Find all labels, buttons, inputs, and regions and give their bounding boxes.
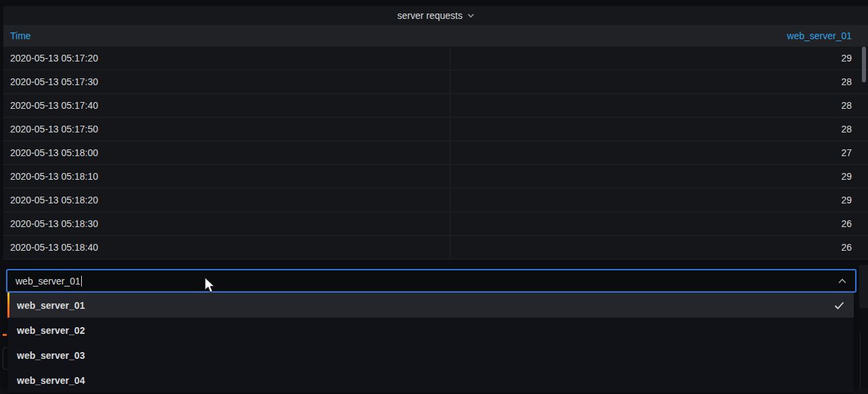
value-cell: 29	[451, 189, 868, 212]
panel-title: server requests	[397, 10, 462, 21]
server-select-input[interactable]: web_server_01	[6, 269, 856, 293]
occluded-panel-fragment	[859, 265, 868, 308]
column-header-time[interactable]: Time	[3, 25, 451, 47]
checkmark-icon	[834, 301, 844, 310]
table-row: 2020-05-13 05:18:0027	[3, 141, 868, 165]
time-cell: 2020-05-13 05:17:30	[3, 70, 451, 93]
time-cell: 2020-05-13 05:18:00	[3, 141, 451, 164]
select-input-value: web_server_01	[16, 276, 81, 287]
option-web_server_03[interactable]: web_server_03	[7, 343, 854, 368]
option-label: web_server_01	[17, 300, 85, 311]
table-row: 2020-05-13 05:17:5028	[3, 118, 868, 141]
column-header-web-server-01[interactable]: web_server_01	[451, 25, 868, 47]
time-cell: 2020-05-13 05:17:40	[3, 94, 451, 117]
occluded-panel-border-fragment	[860, 333, 861, 394]
value-cell: 29	[451, 165, 868, 188]
value-cell: 26	[451, 236, 868, 259]
occluded-graph-line-fragment	[3, 334, 7, 336]
table-row: 2020-05-13 05:18:1029	[3, 165, 868, 189]
table-row: 2020-05-13 05:18:3026	[3, 212, 868, 236]
table-row: 2020-05-13 05:17:4028	[3, 94, 868, 118]
option-label: web_server_04	[17, 375, 85, 386]
table-header-row: Time web_server_01	[3, 25, 868, 47]
table-scrollbar-thumb[interactable]	[862, 47, 866, 82]
time-cell: 2020-05-13 05:18:30	[3, 212, 451, 235]
option-web_server_04[interactable]: web_server_04	[7, 368, 854, 393]
table-panel: server requests Time web_server_01 2020-…	[3, 6, 868, 260]
select-dropdown-menu: web_server_01web_server_02web_server_03w…	[7, 293, 854, 393]
option-web_server_01[interactable]: web_server_01	[7, 293, 854, 318]
value-cell: 29	[451, 47, 868, 70]
time-cell: 2020-05-13 05:18:40	[3, 236, 451, 259]
grafana-dashboard-view: server requests Time web_server_01 2020-…	[0, 0, 868, 394]
chevron-down-icon	[467, 14, 474, 18]
value-cell: 27	[451, 141, 868, 164]
time-cell: 2020-05-13 05:17:20	[3, 47, 451, 70]
time-cell: 2020-05-13 05:18:10	[3, 165, 451, 188]
value-cell: 28	[451, 118, 868, 141]
chevron-up-icon[interactable]	[838, 278, 847, 284]
table-row: 2020-05-13 05:18:4026	[3, 236, 868, 260]
panel-header[interactable]: server requests	[3, 6, 868, 25]
option-label: web_server_03	[17, 350, 85, 361]
table-row: 2020-05-13 05:17:3028	[3, 70, 868, 94]
table-row: 2020-05-13 05:18:2029	[3, 189, 868, 212]
option-label: web_server_02	[17, 325, 85, 336]
value-cell: 28	[451, 70, 868, 93]
table-row: 2020-05-13 05:17:2029	[3, 47, 868, 70]
table-body: 2020-05-13 05:17:20292020-05-13 05:17:30…	[3, 47, 868, 260]
value-cell: 28	[451, 94, 868, 117]
time-cell: 2020-05-13 05:17:50	[3, 118, 451, 141]
time-cell: 2020-05-13 05:18:20	[3, 189, 451, 212]
text-caret	[81, 276, 82, 287]
option-web_server_02[interactable]: web_server_02	[7, 318, 854, 343]
value-cell: 26	[451, 212, 868, 235]
